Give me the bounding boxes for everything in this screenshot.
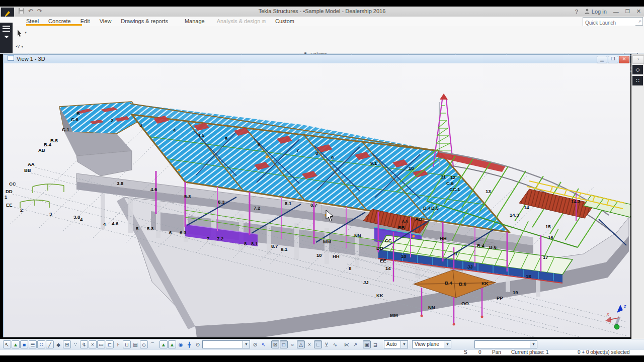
select-all-button[interactable]: ∷ [37,340,45,348]
grid-label: KK [481,281,489,286]
left-stair-tower[interactable] [59,102,143,176]
components-catalog-button[interactable]: ∷ [632,76,643,85]
phase-combo-arrow[interactable]: ▼ [530,341,537,348]
snap-ortho-button[interactable]: ⊏ [106,340,114,348]
grid-label: 17 [543,254,548,260]
side-pane-expand-button[interactable]: › [632,55,644,64]
select-components-button[interactable]: ▲ [12,340,20,348]
ortho-toggle-button[interactable]: ▣ [363,340,371,348]
snap-override-combo-arrow[interactable]: ▼ [243,341,250,348]
arc-mode-button[interactable]: ⌒ [148,340,156,348]
grid-label: AB [415,216,422,222]
app-menu-button[interactable] [0,23,13,53]
snap-sketch-button[interactable]: ↯ [80,340,88,348]
select-arrow-tool[interactable]: ▾ [17,30,27,38]
grid-label: C.6 [446,180,454,186]
snap-bolt-button[interactable]: ⊦ [114,340,122,348]
render-solid-button[interactable]: ◆ [54,340,62,348]
grid-label: 8.7 [310,202,317,208]
tab-view[interactable]: View [100,18,112,24]
zoom-tool-button[interactable]: ⊙ [194,340,202,348]
model-viewport[interactable]: BC.6C.1B.5B.4ABAABBCCDD1EE233.8444.655.3… [4,63,630,337]
axis-gizmo: z x [605,304,626,329]
tab-analysis-design[interactable]: Analysis & design⊞ [217,18,266,24]
model-3d-view[interactable]: BC.6C.1B.5B.4ABAABBCCDD1EE233.8444.655.3… [4,63,630,337]
bracket-open-button[interactable]: ⊔ [123,340,131,348]
snap-nearest-button[interactable]: ∿ [331,340,339,348]
grid-label: 7.2 [217,236,223,241]
close-button[interactable]: ✕ [636,8,641,15]
walk-mode-button[interactable]: ▲ [168,340,176,348]
shade-mode-button[interactable]: ◇ [140,340,148,348]
plane-toggle-button[interactable]: ⊒ [371,340,379,348]
tab-concrete[interactable]: Concrete [48,18,71,24]
minimize-button[interactable]: — [613,9,619,15]
restore-button[interactable]: ❐ [625,9,630,14]
smart-select-button[interactable]: ↖ [260,340,268,348]
grid-label: 14.3 [510,212,519,218]
create-line-button[interactable]: ╱ [46,340,54,348]
redo-icon[interactable]: ↷ [37,8,42,15]
grid-label: 19 [513,290,518,295]
center-view-button[interactable]: ◉ [177,340,185,348]
tab-manage[interactable]: Manage [185,18,205,24]
surface-mode-button[interactable]: ▤ [131,340,139,348]
grid-label: II [454,251,457,256]
grid-label: B.5 [431,205,439,211]
login-button[interactable]: Log in [585,9,607,15]
snap-toolbar: ↖▲■☰∷╱◆⊞∵↯×▭⊏⊦⊔▤◇⌒▲▲◉╋⊙▼⊘↖⊠□○△×∟⊻∿⋉↗▣⊒Au… [0,339,644,350]
tab-drawings-reports[interactable]: Drawings & reports [121,18,168,24]
select-arrow-dropdown[interactable]: ▾ [25,31,27,34]
reference-models-button[interactable]: ◇ [632,65,643,74]
grid-label: 8.1 [285,201,292,206]
snap-any-position-button[interactable]: ⋉ [343,340,351,348]
work-plane-combo[interactable]: View plane▼ [412,340,451,348]
snap-reference-points-button[interactable]: ⊠ [271,340,279,348]
grid-toggle-button[interactable]: ⊞ [63,340,71,348]
snap-free-button[interactable]: ▭ [97,340,105,348]
grid-label: 6 [169,230,172,235]
snap-extension-button[interactable]: ↗ [351,340,359,348]
select-objects-button[interactable]: ■ [20,340,28,348]
view-close-button[interactable]: ✕ [619,56,629,63]
ribbon-tab-row: SteelConcreteEditViewDrawings & reportsM… [0,17,644,26]
view-window-titlebar[interactable]: View 1 - 3D [4,55,630,63]
select-cursor-button[interactable]: ↖ [3,340,11,348]
snap-line-extension-button[interactable]: ⊻ [323,340,331,348]
snap-perpendicular-button[interactable]: ∟ [314,340,322,348]
snap-x-button[interactable]: × [89,340,97,348]
quick-launch-box[interactable]: ⌕ [583,17,643,26]
save-icon[interactable] [18,8,25,16]
work-plane-combo-arrow[interactable]: ▼ [444,341,451,348]
snap-midpoint-button[interactable]: △ [297,340,305,348]
phase-combo[interactable]: ▼ [474,340,537,348]
grid-label: B [76,111,80,116]
view-restore-button[interactable]: ❐ [608,56,618,63]
grid-points-button[interactable]: ∵ [71,340,79,348]
snap-override-combo[interactable]: ▼ [202,340,250,348]
tab-edit[interactable]: Edit [80,18,90,24]
fly-mode-button[interactable]: ▲ [159,340,168,348]
fit-view-button[interactable]: ╋ [185,340,193,348]
undo-icon[interactable]: ↶ [28,8,33,15]
grid-label: HH [333,253,340,259]
snap-center-button[interactable]: ○ [288,340,296,348]
snap-geometry-points-button[interactable]: □ [280,340,288,348]
snap-depth-combo[interactable]: Auto▼ [384,340,408,348]
snap-depth-combo-arrow[interactable]: ▼ [400,341,408,348]
grid-label: 16 [548,235,553,240]
status-s: S [464,349,467,355]
grid-label: II [349,265,351,271]
site-railings[interactable] [20,184,64,208]
inquire-tool[interactable]: ▪? ▾ [16,42,23,49]
grid-label: C.1 [62,127,70,132]
view-minimize-button[interactable]: ▁ [597,56,607,63]
inquire-dropdown[interactable]: ▾ [22,45,24,48]
selection-filter-button[interactable]: ☰ [29,340,37,348]
help-button[interactable]: ? [575,9,578,15]
view-window-title: View 1 - 3D [17,56,45,62]
no-snap-button[interactable]: ⊘ [251,340,259,348]
snap-intersection-button[interactable]: × [305,340,313,348]
tab-steel[interactable]: Steel [26,18,39,24]
tab-custom[interactable]: Custom [275,18,294,24]
